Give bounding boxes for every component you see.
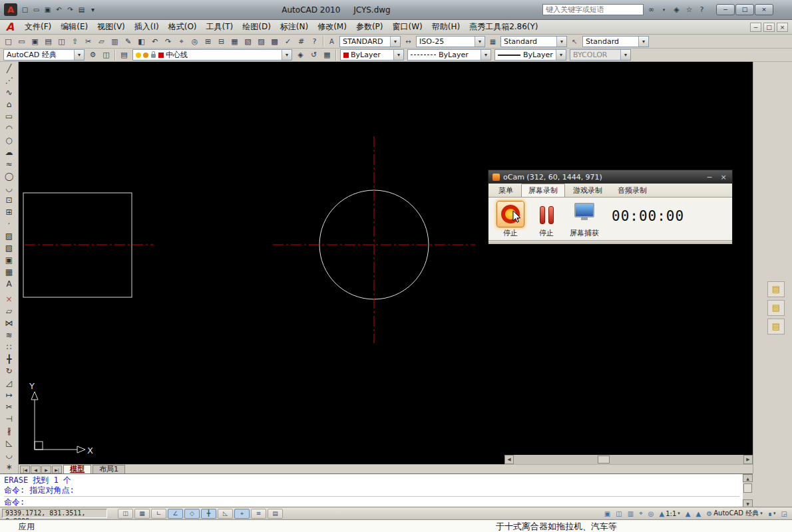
polyline-tool[interactable]: ∿ <box>2 87 17 98</box>
table-tool[interactable]: ▦ <box>2 267 17 278</box>
gradient-tool[interactable]: ▧ <box>2 243 17 254</box>
layer-freeze-icon[interactable] <box>143 53 148 58</box>
stretch-tool[interactable]: ↦ <box>2 390 17 401</box>
menu-format[interactable]: 格式(O) <box>164 20 202 34</box>
undo-button[interactable]: ↶ <box>148 36 161 47</box>
scroll-left-icon[interactable]: ◀ <box>504 455 514 464</box>
break-tool[interactable]: ∦ <box>2 426 17 437</box>
lineweight-combo[interactable]: ByLayer ▾ <box>495 49 566 61</box>
apply-button[interactable]: 应用 <box>19 521 35 532</box>
chevron-down-icon[interactable]: ▾ <box>475 37 485 47</box>
array-tool[interactable]: ∷ <box>2 342 17 353</box>
layer-states-button[interactable]: ▦ <box>321 49 333 61</box>
zoom-realtime-button[interactable]: ◎ <box>188 36 201 47</box>
markup-manager-button[interactable]: ✓ <box>282 36 294 47</box>
status-toggle-otrack[interactable]: ╋ <box>201 509 216 519</box>
ocam-titlebar[interactable]: oCam (312, 60, 1444, 971) − × <box>489 170 732 184</box>
palette-toggle-2[interactable]: ▤ <box>767 300 785 316</box>
palette-toggle-1[interactable]: ▤ <box>767 281 785 297</box>
tool-palettes-button[interactable]: ▨ <box>255 36 268 47</box>
application-menu-button[interactable]: A <box>0 21 20 33</box>
app-icon[interactable]: A <box>4 3 17 16</box>
status-quick-view-drawings[interactable]: ▥ <box>626 509 635 519</box>
construction-line-tool[interactable]: ⋰ <box>2 75 17 86</box>
workspace-combo[interactable]: AutoCAD 经典 ▾ <box>3 49 85 61</box>
status-toolbar-lock[interactable]: ∎▾ <box>767 509 777 519</box>
ocam-tab-1[interactable]: 屏幕录制 <box>521 184 565 197</box>
explode-tool[interactable]: ∗ <box>2 462 17 473</box>
redo-button[interactable]: ↷ <box>162 36 174 47</box>
menu-tools[interactable]: 工具(T) <box>202 20 238 34</box>
dim-style-combo[interactable]: ISO-25 ▾ <box>416 36 485 47</box>
save-button[interactable]: ▣ <box>29 36 41 47</box>
status-clean-screen[interactable]: ◲ <box>780 509 789 519</box>
linetype-combo[interactable]: ByLayer ▾ <box>407 49 491 61</box>
layer-properties-button[interactable]: ▤ <box>118 49 130 61</box>
scroll-up-icon[interactable]: ▲ <box>743 474 753 482</box>
chevron-down-icon[interactable]: ▾ <box>638 37 648 47</box>
help-icon[interactable]: ? <box>697 5 707 14</box>
trim-tool[interactable]: ✂ <box>2 402 17 413</box>
coordinates-readout[interactable]: 9339.1712, 831.3511, 0.0000 <box>2 509 107 518</box>
scroll-right-icon[interactable]: ▶ <box>743 455 753 464</box>
ocam-tab-3[interactable]: 音频录制 <box>610 184 654 197</box>
make-block-tool[interactable]: ⊞ <box>2 207 17 218</box>
ocam-tab-0[interactable]: 菜单 <box>491 184 520 197</box>
layer-combo[interactable]: 中心线 ▾ <box>132 49 292 61</box>
ellipse-tool[interactable]: ◯ <box>2 171 17 182</box>
menu-window[interactable]: 窗口(W) <box>388 20 427 34</box>
qat-redo[interactable]: ↷ <box>65 4 76 15</box>
chevron-down-icon[interactable]: ▾ <box>556 37 566 47</box>
menu-help[interactable]: 帮助(H) <box>427 20 465 34</box>
chevron-down-icon[interactable]: ▾ <box>556 50 566 60</box>
horizontal-scrollbar[interactable]: ◀ ▶ <box>504 455 753 464</box>
status-quick-view-layouts[interactable]: ◫ <box>614 509 623 519</box>
layer-on-icon[interactable] <box>136 53 141 58</box>
plot-preview-button[interactable]: ◫ <box>55 36 68 47</box>
offset-tool[interactable]: ≋ <box>2 330 17 341</box>
qat-plot[interactable]: ▤ <box>76 4 87 15</box>
communication-center-icon[interactable]: ◈ <box>672 5 682 14</box>
menu-draw[interactable]: 绘图(D) <box>238 20 276 34</box>
workspace-settings-button[interactable]: ⚙ <box>87 49 99 61</box>
revision-cloud-tool[interactable]: ☁ <box>2 147 17 158</box>
table-style-icon[interactable]: ▦ <box>487 38 498 45</box>
mleader-style-combo[interactable]: Standard ▾ <box>582 36 649 47</box>
quickcalc-button[interactable]: # <box>295 36 307 47</box>
menu-edit[interactable]: 编辑(E) <box>56 20 93 34</box>
mleader-style-icon[interactable]: ↖ <box>569 38 580 45</box>
search-dropdown-icon[interactable]: ▾ <box>659 7 669 13</box>
designcenter-button[interactable]: ▧ <box>242 36 254 47</box>
command-scrollbar[interactable]: ▲ ▼ <box>743 474 753 507</box>
ocam-minimize-button[interactable]: − <box>705 173 714 182</box>
chevron-down-icon[interactable]: ▾ <box>393 50 403 60</box>
menu-parametric[interactable]: 参数(P) <box>351 20 388 34</box>
status-toggle-osnap[interactable]: ◇ <box>184 509 200 519</box>
erase-tool[interactable]: × <box>2 294 17 305</box>
drawing-canvas[interactable]: XY <box>19 62 753 464</box>
circle-tool[interactable]: ○ <box>2 135 17 146</box>
status-toggle-ortho[interactable]: ∟ <box>151 509 166 519</box>
table-style-combo[interactable]: Standard ▾ <box>500 36 567 47</box>
search-icon[interactable]: ∞ <box>646 5 656 14</box>
make-object-layer-current-button[interactable]: ◈ <box>294 49 307 61</box>
status-toggle-lwt[interactable]: ≡ <box>251 509 266 519</box>
status-pan-status[interactable]: ⌖ <box>638 509 644 519</box>
status-toggle-qp[interactable]: ▤ <box>268 509 283 519</box>
help-button[interactable]: ? <box>308 36 321 47</box>
move-tool[interactable]: ╋ <box>2 354 17 365</box>
mirror-tool[interactable]: ⋈ <box>2 318 17 329</box>
maximize-button[interactable]: □ <box>735 4 754 15</box>
chamfer-tool[interactable]: ◺ <box>2 438 17 449</box>
menu-file[interactable]: 文件(F) <box>20 20 56 34</box>
ocam-capture-button[interactable] <box>567 203 602 225</box>
properties-button[interactable]: ▦ <box>228 36 241 47</box>
fillet-tool[interactable]: ◡ <box>2 450 17 461</box>
status-toggle-grid[interactable]: ▦ <box>134 509 150 519</box>
publish-button[interactable]: ⇧ <box>69 36 81 47</box>
plot-button[interactable]: ▤ <box>42 36 55 47</box>
copy-button[interactable]: ▱ <box>95 36 108 47</box>
chevron-down-icon[interactable]: ▾ <box>390 37 400 47</box>
rotate-tool[interactable]: ↻ <box>2 366 17 377</box>
menu-yanxiu-toolbox[interactable]: 燕秀工具箱2.86(Y) <box>465 20 542 34</box>
